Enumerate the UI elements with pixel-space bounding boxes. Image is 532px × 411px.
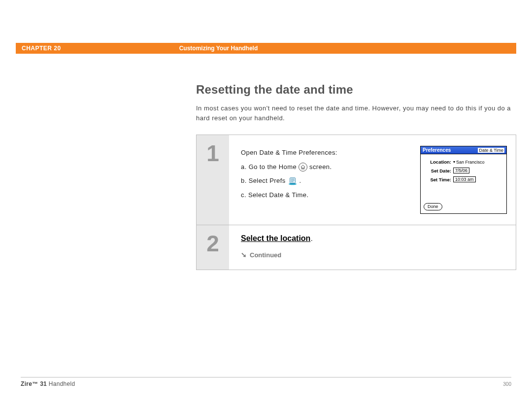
device-titlebar: Preferences Date & Time — [421, 146, 506, 154]
step-1-c: c. Select Date & Time. — [241, 188, 404, 203]
chapter-header-bar: CHAPTER 20 Customizing Your Handheld — [16, 43, 516, 54]
device-title-right: Date & Time — [478, 148, 504, 153]
continued-indicator: ➘ Continued — [241, 251, 507, 259]
step-2-number: 2 — [206, 230, 219, 257]
device-setdate-row: Set Date: 7/5/06 — [424, 168, 503, 173]
step-1-number-cell: 1 — [197, 135, 229, 225]
page: CHAPTER 20 Customizing Your Handheld Res… — [0, 0, 532, 411]
step-2-row: 2 Select the location. ➘ Continued — [197, 225, 516, 270]
device-setdate-value: 7/5/06 — [453, 168, 469, 173]
device-location-label: Location: — [424, 159, 451, 165]
product-name-rest: Handheld — [47, 380, 75, 387]
palm-device-screenshot: Preferences Date & Time Location: ▾ San … — [420, 146, 507, 214]
step-2-body: Select the location. ➘ Continued — [229, 225, 516, 270]
step-1-open-line: Open Date & Time Preferences: — [241, 146, 404, 160]
product-name: Zire™ 31 Handheld — [21, 380, 75, 387]
device-done-button: Done — [424, 203, 442, 210]
continued-arrow-icon: ➘ — [241, 251, 247, 259]
device-location-row: Location: ▾ San Francisco — [424, 159, 503, 165]
device-setdate-label: Set Date: — [424, 168, 451, 173]
chapter-label: CHAPTER 20 — [22, 45, 61, 52]
device-location-value-wrap: ▾ San Francisco — [453, 160, 485, 165]
page-number: 300 — [503, 381, 511, 387]
step-1-text: Open Date & Time Preferences: a. Go to t… — [241, 146, 404, 214]
step-1-row: 1 Open Date & Time Preferences: a. Go to… — [197, 135, 516, 225]
device-settime-label: Set Time: — [424, 177, 451, 182]
page-footer: Zire™ 31 Handheld 300 — [21, 377, 511, 387]
continued-label: Continued — [250, 251, 281, 259]
step-1-b-prefix: b. Select Prefs — [241, 174, 286, 188]
step-2-link-line: Select the location. — [241, 234, 507, 243]
device-title-left: Preferences — [423, 147, 451, 153]
step-1-a-suffix: screen. — [309, 160, 332, 174]
step-1-number: 1 — [206, 140, 219, 167]
product-name-bold: Zire™ 31 — [21, 380, 47, 387]
device-settime-value: 10:03 am — [453, 176, 476, 182]
content-area: Resetting the date and time In most case… — [196, 83, 516, 270]
section-intro: In most cases you won't need to reset th… — [196, 103, 516, 123]
step-1-body: Open Date & Time Preferences: a. Go to t… — [229, 135, 516, 225]
home-icon — [299, 163, 307, 171]
device-settime-row: Set Time: 10:03 am — [424, 176, 503, 182]
step-2-link-suffix: . — [310, 234, 312, 242]
section-heading: Resetting the date and time — [196, 83, 516, 97]
step-1-b-suffix: . — [299, 174, 301, 188]
device-location-value: San Francisco — [456, 160, 485, 165]
device-body: Location: ▾ San Francisco Set Date: 7/5/… — [421, 154, 506, 213]
steps-box: 1 Open Date & Time Preferences: a. Go to… — [196, 135, 516, 270]
step-2-number-cell: 2 — [197, 225, 229, 270]
step-1-b: b. Select Prefs . — [241, 174, 404, 188]
prefs-icon — [288, 176, 298, 185]
step-1-a-prefix: a. Go to the Home — [241, 160, 297, 174]
dropdown-arrow-icon: ▾ — [453, 160, 455, 164]
select-location-link[interactable]: Select the location — [241, 234, 310, 242]
chapter-title: Customizing Your Handheld — [179, 45, 258, 52]
step-1-a: a. Go to the Home screen. — [241, 160, 404, 174]
